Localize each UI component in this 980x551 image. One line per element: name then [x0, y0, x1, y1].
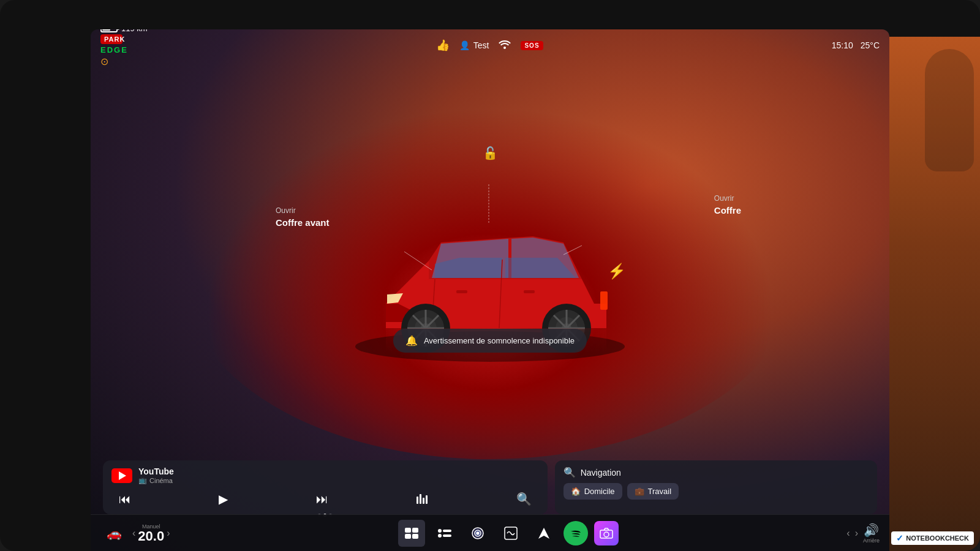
youtube-play-icon — [119, 471, 126, 480]
search-icon: 🔍 — [564, 467, 576, 478]
prev-button[interactable]: ⏮ — [114, 490, 136, 509]
battery-row: 119 km — [100, 29, 148, 33]
speed-down-button[interactable]: ‹ — [132, 528, 135, 539]
coffre-avant-main: Coffre avant — [276, 216, 330, 229]
next-button[interactable]: ⏭ — [311, 490, 333, 509]
coffre-avant-title: Ouvrir — [276, 206, 330, 216]
svg-rect-36 — [443, 534, 451, 537]
coffre-label[interactable]: Ouvrir Coffre — [714, 193, 741, 217]
coffre-avant-label[interactable]: Ouvrir Coffre avant — [276, 206, 330, 229]
thumbs-up-icon: 👍 — [436, 39, 450, 52]
battery-label: 119 km — [121, 29, 148, 33]
svg-marker-41 — [538, 528, 549, 539]
svg-point-43 — [604, 532, 609, 537]
youtube-logo — [111, 468, 132, 483]
play-button[interactable]: ▶ — [214, 489, 233, 509]
warning-text: Avertissement de somnolence indisponible — [424, 336, 575, 345]
svg-rect-34 — [443, 530, 451, 532]
svg-rect-19 — [600, 291, 608, 310]
status-center: 👍 👤 Test SOS — [436, 39, 543, 52]
taskbar-left: 🚗 ‹ Manuel 20.0 › — [100, 520, 170, 547]
navigation-button[interactable] — [530, 520, 557, 547]
bezel: 119 km PARK EDGE ⊙ 👍 👤 Test — [0, 0, 980, 551]
svg-line-23 — [404, 252, 432, 270]
nav-shortcuts: 🏠 Domicile 💼 Travail — [564, 483, 869, 500]
svg-point-39 — [477, 532, 479, 534]
coffre-main: Coffre — [714, 204, 741, 217]
status-bar: 119 km PARK EDGE ⊙ 👍 👤 Test — [91, 29, 889, 61]
svg-rect-25 — [417, 497, 418, 504]
wifi-icon — [499, 39, 511, 51]
media-card[interactable]: YouTube 📺 Cinéma ⏮ ▶ ⏭ — [103, 460, 548, 514]
home-shortcut[interactable]: 🏠 Domicile — [564, 483, 622, 500]
svg-point-35 — [438, 534, 442, 538]
apps-button[interactable] — [431, 520, 458, 547]
volume-section[interactable]: 🔊 Arrière — [863, 523, 880, 544]
bottom-cards: YouTube 📺 Cinéma ⏮ ▶ ⏭ — [103, 460, 877, 514]
work-label: Travail — [648, 487, 672, 496]
tv-icon: 📺 — [138, 476, 147, 484]
taskbar: 🚗 ‹ Manuel 20.0 › — [91, 514, 889, 551]
work-shortcut[interactable]: 💼 Travail — [627, 483, 679, 500]
nav-search-label: Navigation — [581, 468, 621, 478]
work-icon: 💼 — [635, 487, 644, 496]
svg-rect-27 — [423, 498, 424, 504]
svg-rect-26 — [420, 494, 421, 504]
person-silhouette — [925, 49, 974, 171]
svg-rect-30 — [412, 528, 418, 533]
warning-icon: 🔔 — [405, 335, 418, 347]
svg-rect-28 — [426, 495, 428, 504]
tire-icon: ⊙ — [100, 56, 148, 67]
side-panel-right — [889, 37, 980, 551]
status-left: 119 km PARK EDGE ⊙ — [100, 29, 148, 67]
taskbar-right: ‹ › 🔊 Arrière — [846, 523, 880, 544]
watermark-text: NOTEBOOKCHECK — [906, 534, 969, 542]
media-controls: ⏮ ▶ ⏭ 🔍 — [111, 489, 539, 509]
taskbar-center — [398, 520, 619, 547]
dashcam-button[interactable] — [464, 520, 491, 547]
media-app-name: YouTube — [138, 467, 174, 476]
sos-badge: SOS — [521, 41, 543, 50]
media-subtitle: 📺 Cinéma — [138, 476, 174, 484]
user-section: 👤 Test — [459, 40, 489, 50]
temperature-display: 25°C — [861, 40, 880, 50]
car-area: 🔓 Ouvrir Coffre avant Ouvrir Coffre — [91, 61, 889, 460]
speed-value: 20.0 — [138, 530, 164, 543]
car-button[interactable]: 🚗 — [100, 520, 127, 547]
nav-search[interactable]: 🔍 Navigation — [564, 467, 869, 478]
nav-card[interactable]: 🔍 Navigation 🏠 Domicile 💼 Travail — [555, 460, 877, 514]
home-label: Domicile — [584, 487, 615, 496]
user-name: Test — [473, 40, 489, 50]
camera-button[interactable] — [594, 521, 619, 545]
home-icon: 🏠 — [571, 487, 581, 496]
map-button[interactable] — [497, 520, 524, 547]
svg-point-33 — [438, 529, 442, 533]
equalizer-button[interactable] — [411, 492, 433, 506]
check-icon: ✓ — [896, 533, 903, 543]
taskbar-prev-button[interactable]: ‹ — [846, 528, 850, 539]
battery-icon — [100, 29, 118, 32]
park-badge: PARK — [100, 34, 123, 44]
user-icon: 👤 — [459, 40, 470, 50]
volume-label: Arrière — [863, 538, 880, 544]
status-right: 15:10 25°C — [832, 40, 880, 50]
coffre-title: Ouvrir — [714, 193, 741, 204]
cards-button[interactable] — [398, 520, 425, 547]
edge-text: EDGE — [100, 45, 148, 54]
search-button[interactable]: 🔍 — [511, 489, 537, 509]
speed-section: ‹ Manuel 20.0 › — [132, 523, 170, 543]
svg-rect-20 — [456, 290, 467, 293]
warning-notification: 🔔 Avertissement de somnolence indisponib… — [393, 329, 587, 353]
charge-icon: ⚡ — [608, 262, 626, 280]
speed-display: Manuel 20.0 — [138, 523, 164, 543]
taskbar-next-button[interactable]: › — [855, 528, 858, 539]
lock-icon[interactable]: 🔓 — [483, 146, 498, 160]
spotify-button[interactable] — [564, 521, 588, 545]
media-info: YouTube 📺 Cinéma — [138, 467, 174, 484]
media-top: YouTube 📺 Cinéma — [111, 467, 539, 484]
main-screen: 119 km PARK EDGE ⊙ 👍 👤 Test — [91, 29, 889, 551]
svg-rect-32 — [412, 534, 418, 539]
speed-up-button[interactable]: › — [167, 528, 170, 539]
svg-rect-29 — [405, 528, 411, 533]
time-display: 15:10 — [832, 40, 853, 50]
